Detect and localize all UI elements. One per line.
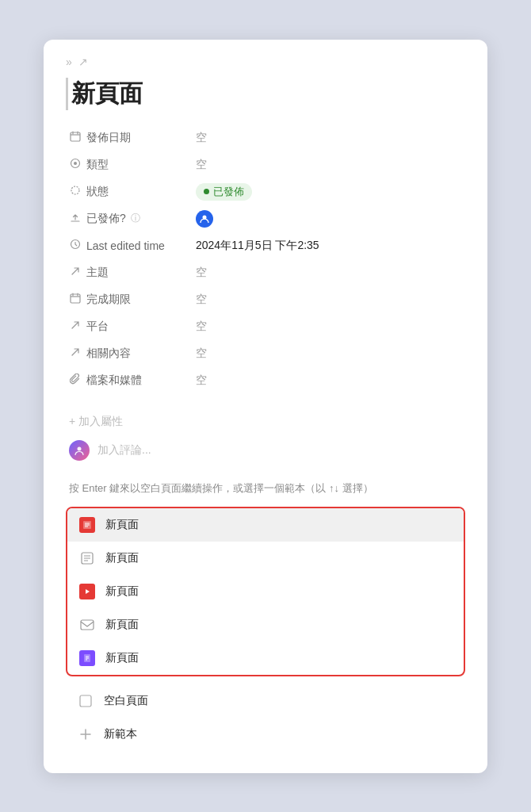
comment-avatar (69, 440, 90, 461)
prop-label-platform: 平台 (86, 320, 109, 334)
prop-label-published: 已發佈? (86, 212, 126, 226)
prop-topic[interactable]: 主題 空 (66, 259, 465, 286)
svg-rect-28 (80, 695, 91, 707)
template-item-1[interactable]: 新頁面 (67, 508, 464, 542)
prop-label-status: 狀態 (86, 185, 109, 199)
svg-point-6 (71, 186, 79, 194)
template-item-5[interactable]: 新頁面 (67, 642, 464, 675)
status-dot (204, 189, 209, 194)
clock-icon (69, 239, 82, 252)
add-property-button[interactable]: + 加入屬性 (66, 410, 465, 434)
page-title[interactable]: 新頁面 (66, 78, 465, 110)
prop-value-status: 已發佈 (196, 183, 462, 201)
prop-label-last-edited: Last edited time (86, 239, 165, 252)
prop-value-publish-date: 空 (196, 131, 462, 145)
svg-point-14 (78, 446, 82, 450)
calendar-deadline-icon (69, 293, 82, 306)
link-icon[interactable]: ↗ (78, 56, 88, 68)
properties-list: 發佈日期 空 類型 空 (66, 124, 465, 394)
svg-rect-10 (71, 294, 80, 303)
blank-page-item[interactable]: 空白頁面 (66, 684, 465, 718)
new-template-item[interactable]: 新範本 (66, 718, 465, 751)
prop-value-files: 空 (196, 373, 462, 388)
info-icon: ⓘ (131, 212, 140, 225)
template-icon-2 (78, 550, 96, 567)
template-item-4[interactable]: 新頁面 (67, 608, 464, 642)
svg-rect-0 (71, 132, 80, 141)
template-item-2[interactable]: 新頁面 (67, 542, 464, 575)
purple-icon (79, 650, 95, 666)
template-icon-3 (78, 583, 96, 600)
prop-platform[interactable]: 平台 空 (66, 313, 465, 340)
arrow-platform-icon (69, 320, 82, 333)
paperclip-icon (69, 373, 82, 387)
arrow-topic-icon (69, 266, 82, 279)
svg-rect-23 (81, 620, 94, 630)
prop-label-type: 類型 (86, 158, 109, 172)
template-label-3: 新頁面 (105, 584, 139, 599)
prop-type[interactable]: 類型 空 (66, 151, 465, 178)
arrow-related-icon (69, 347, 82, 360)
prop-label-related: 相關內容 (86, 347, 131, 361)
youtube-icon (79, 584, 95, 599)
prop-value-platform: 空 (196, 320, 462, 334)
template-icon-4 (78, 616, 96, 634)
prop-files[interactable]: 檔案和媒體 空 (66, 367, 465, 394)
svg-point-5 (74, 162, 77, 165)
blank-page-icon (77, 692, 94, 710)
expand-icon[interactable]: » (66, 56, 72, 68)
comment-input[interactable]: 加入評論... (97, 443, 151, 458)
prop-value-type: 空 (196, 158, 462, 172)
upload-icon (69, 212, 82, 225)
prop-label-publish-date: 發佈日期 (86, 131, 131, 145)
template-label-2: 新頁面 (105, 551, 139, 565)
template-label-4: 新頁面 (105, 618, 139, 632)
add-property-label: + 加入屬性 (69, 415, 123, 429)
published-user-icon[interactable] (196, 210, 213, 228)
template-icon-5 (78, 649, 96, 667)
prop-related[interactable]: 相關內容 空 (66, 340, 465, 367)
status-text: 已發佈 (213, 185, 244, 199)
status-badge[interactable]: 已發佈 (196, 183, 252, 201)
new-template-label: 新範本 (104, 727, 137, 741)
prop-value-last-edited: 2024年11月5日 下午2:35 (196, 239, 462, 253)
prop-last-edited[interactable]: Last edited time 2024年11月5日 下午2:35 (66, 232, 465, 259)
circle-icon (69, 158, 82, 171)
plus-icon (77, 726, 94, 743)
prop-value-related: 空 (196, 347, 462, 361)
prop-deadline[interactable]: 完成期限 空 (66, 286, 465, 313)
calendar-icon (69, 131, 82, 144)
prop-value-deadline: 空 (196, 293, 462, 307)
prop-published[interactable]: 已發佈? ⓘ (66, 205, 465, 232)
red-page-icon (79, 517, 95, 533)
template-icon-1 (78, 516, 96, 534)
template-list: 新頁面 新頁面 新頁面 (66, 507, 465, 676)
template-label-5: 新頁面 (105, 651, 139, 665)
hint-text: 按 Enter 鍵來以空白頁面繼續操作，或選擇一個範本（以 ↑↓ 選擇） (66, 481, 465, 496)
prop-label-deadline: 完成期限 (86, 293, 131, 307)
toolbar: » ↗ (66, 56, 465, 68)
prop-value-topic: 空 (196, 266, 462, 280)
prop-value-published (196, 210, 462, 228)
main-panel: » ↗ 新頁面 發佈日期 空 (44, 40, 487, 773)
comment-row[interactable]: 加入評論... (66, 434, 465, 473)
template-label-1: 新頁面 (105, 518, 139, 532)
prop-label-files: 檔案和媒體 (86, 373, 142, 388)
template-item-3[interactable]: 新頁面 (67, 575, 464, 608)
prop-publish-date[interactable]: 發佈日期 空 (66, 124, 465, 151)
prop-label-topic: 主題 (86, 266, 109, 280)
blank-page-label: 空白頁面 (104, 694, 148, 708)
prop-status[interactable]: 狀態 已發佈 (66, 178, 465, 205)
sparkle-icon (69, 185, 82, 198)
